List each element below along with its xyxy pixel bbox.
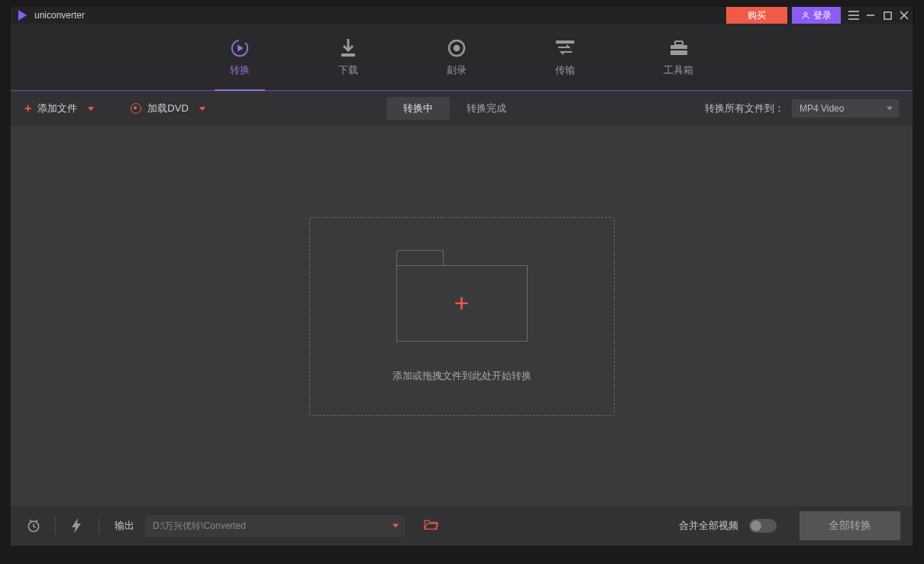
content-area: + 添加或拖拽文件到此处开始转换 bbox=[11, 126, 913, 506]
tab-completed[interactable]: 转换完成 bbox=[450, 97, 523, 120]
tab-convert[interactable]: 转换 bbox=[215, 31, 265, 83]
user-icon bbox=[801, 11, 810, 20]
convert-all-to-label: 转换所有文件到： bbox=[705, 102, 784, 115]
burn-icon bbox=[447, 39, 467, 57]
format-select[interactable]: MP4 Video bbox=[792, 99, 899, 118]
schedule-button[interactable] bbox=[23, 518, 44, 533]
svg-marker-9 bbox=[237, 44, 243, 51]
titlebar-controls: 购买 登录 bbox=[726, 7, 913, 24]
convert-icon bbox=[230, 39, 250, 57]
svg-rect-10 bbox=[341, 53, 355, 57]
merge-toggle[interactable] bbox=[749, 519, 777, 533]
minimize-button[interactable] bbox=[862, 7, 879, 24]
app-logo-icon bbox=[18, 10, 27, 21]
tab-download[interactable]: 下载 bbox=[323, 31, 373, 83]
output-label: 输出 bbox=[115, 519, 134, 533]
chevron-down-icon bbox=[887, 107, 893, 111]
tab-converting[interactable]: 转换中 bbox=[386, 97, 450, 120]
login-label: 登录 bbox=[813, 9, 832, 22]
status-tabs: 转换中 转换完成 bbox=[386, 97, 523, 120]
merge-label: 合并全部视频 bbox=[679, 519, 738, 533]
tab-burn[interactable]: 刻录 bbox=[431, 31, 482, 83]
chevron-down-icon bbox=[393, 524, 399, 528]
tab-label: 下载 bbox=[338, 63, 358, 77]
plus-icon: + bbox=[24, 102, 31, 115]
tab-label: 转换 bbox=[230, 63, 250, 77]
folder-icon: + bbox=[396, 250, 528, 342]
add-file-button[interactable]: + 添加文件 bbox=[24, 102, 94, 115]
tab-toolbox[interactable]: 工具箱 bbox=[648, 31, 709, 83]
toolbox-icon bbox=[669, 39, 689, 57]
login-button[interactable]: 登录 bbox=[792, 7, 841, 24]
transfer-icon bbox=[555, 39, 575, 57]
divider bbox=[55, 517, 56, 534]
dropzone[interactable]: + 添加或拖拽文件到此处开始转换 bbox=[309, 217, 615, 416]
load-dvd-button[interactable]: 加载DVD bbox=[131, 102, 205, 115]
titlebar: uniconverter 购买 登录 bbox=[11, 7, 913, 24]
app-title: uniconverter bbox=[34, 10, 85, 21]
svg-rect-5 bbox=[884, 11, 890, 18]
open-folder-button[interactable] bbox=[423, 518, 438, 533]
svg-point-12 bbox=[454, 46, 459, 50]
menu-icon[interactable] bbox=[845, 7, 862, 24]
format-value: MP4 Video bbox=[800, 103, 844, 114]
load-dvd-label: 加载DVD bbox=[147, 102, 188, 115]
gpu-accel-button[interactable] bbox=[66, 518, 88, 533]
close-button[interactable] bbox=[896, 7, 913, 24]
plus-icon: + bbox=[454, 288, 470, 318]
add-file-label: 添加文件 bbox=[37, 102, 77, 115]
tab-transfer[interactable]: 传输 bbox=[540, 31, 590, 83]
download-icon bbox=[338, 39, 358, 57]
svg-rect-16 bbox=[670, 49, 687, 50]
bottombar: 输出 D:\万兴优转\Converted 合并全部视频 全部转换 bbox=[11, 506, 913, 546]
chevron-down-icon bbox=[199, 107, 205, 111]
svg-rect-13 bbox=[556, 41, 574, 44]
chevron-down-icon bbox=[88, 107, 94, 111]
toolbar: + 添加文件 加载DVD 转换中 转换完成 转换所有文件到： MP4 Video bbox=[11, 91, 913, 126]
app-window: uniconverter 购买 登录 bbox=[11, 7, 913, 546]
output-path-value: D:\万兴优转\Converted bbox=[153, 520, 246, 531]
tab-label: 传输 bbox=[555, 63, 575, 77]
main-nav: 转换 下载 刻录 传输 工具箱 bbox=[11, 24, 913, 91]
disc-icon bbox=[131, 103, 141, 114]
buy-button[interactable]: 购买 bbox=[726, 7, 787, 24]
divider bbox=[99, 517, 99, 534]
svg-rect-15 bbox=[675, 41, 683, 45]
convert-all-button[interactable]: 全部转换 bbox=[800, 511, 900, 540]
output-path-select[interactable]: D:\万兴优转\Converted bbox=[145, 515, 405, 537]
tab-label: 刻录 bbox=[447, 63, 467, 77]
tab-label: 工具箱 bbox=[664, 63, 693, 77]
dropzone-hint: 添加或拖拽文件到此处开始转换 bbox=[393, 369, 531, 383]
format-controls: 转换所有文件到： MP4 Video bbox=[705, 99, 899, 118]
svg-point-0 bbox=[804, 12, 807, 15]
maximize-button[interactable] bbox=[879, 7, 896, 24]
